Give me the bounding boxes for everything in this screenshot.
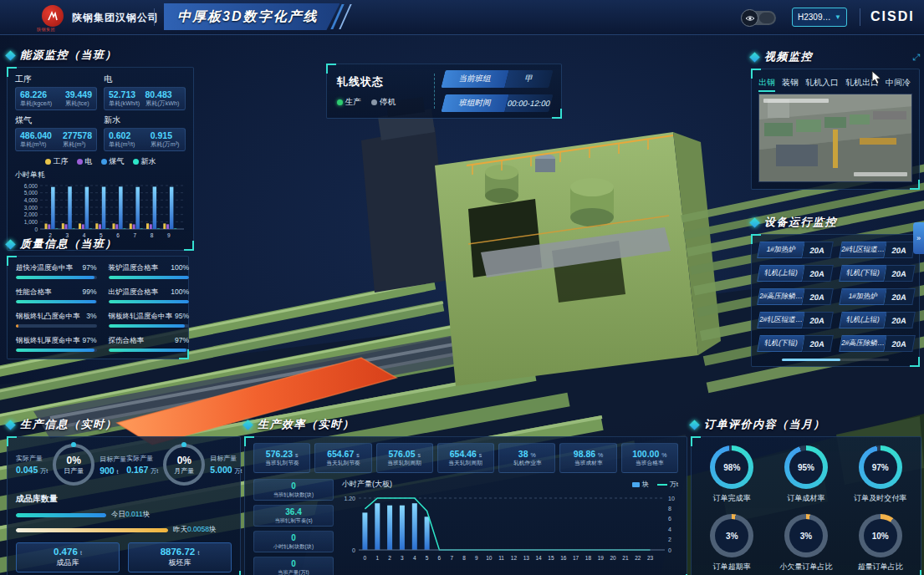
energy-section: 煤气 486.040单耗(m³/t) 277578累耗(m³): [15, 114, 97, 151]
svg-text:0: 0: [364, 555, 367, 561]
donut-order-ontime-delivery: 97% 订单及时交付率: [845, 445, 916, 504]
svg-text:20: 20: [610, 555, 616, 561]
header-divider: [154, 8, 155, 26]
svg-text:19: 19: [598, 555, 605, 561]
panel-line-status: 轧线状态 生产 停机 当前班组 甲 班组时间 00:00-12:00: [326, 60, 562, 119]
equipment-row: 轧机(上辊)20A: [839, 312, 915, 328]
svg-text:8: 8: [462, 555, 466, 561]
visibility-toggle[interactable]: [743, 11, 776, 25]
svg-text:6: 6: [438, 555, 442, 561]
company-logo-caption: 陕钢集团: [37, 27, 55, 32]
cisdi-logo: CISDI: [870, 9, 915, 24]
daily-output-gauge: 0%日产量: [53, 444, 94, 486]
dashboard-root: 陕钢集团 陕钢集团汉钢公司 中厚板3D数字化产线 H2309… ▼ CISDI …: [0, 0, 924, 575]
energy-stats-grid: 工序 68.226单耗(kgce/t) 39.449累耗(tce) 电 52.7…: [15, 74, 186, 151]
efficiency-panel-title: 生产效率（实时）: [258, 417, 355, 432]
stopped-dot-icon: [371, 99, 377, 105]
horizontal-scrollbar[interactable]: [782, 359, 890, 361]
svg-text:6: 6: [668, 516, 671, 522]
side-stat-box: 0当班产量(万t): [253, 557, 334, 575]
finished-stock-box: 0.476 t 成品库: [16, 542, 120, 572]
daily-output-gauge-group: 实际产量 0.045 万t 0%日产量 目标产量 900 t: [16, 444, 126, 486]
producing-dot-icon: [337, 99, 343, 105]
hourly-output-chart: 02468101.2000123456789101112131415161718…: [342, 490, 678, 575]
tab-camera-0[interactable]: 出钢: [758, 77, 775, 89]
svg-text:0: 0: [668, 547, 671, 553]
svg-text:3,000: 3,000: [24, 205, 38, 211]
svg-text:0: 0: [34, 226, 38, 232]
company-name: 陕钢集团汉钢公司: [72, 11, 159, 25]
toggle-knob: [759, 13, 774, 23]
svg-text:13: 13: [523, 555, 530, 561]
equipment-row: 2#轧区辊道…20A: [757, 312, 833, 328]
quality-item: 钢板终轧凸度命中率3%: [16, 312, 97, 328]
equipment-row: 轧机(下辊)20A: [757, 335, 833, 352]
panel-video-monitor: 视频监控 ⤢ 出钢 装钢 轧机入口 轧机出口 中间冷 电加热: [751, 48, 920, 190]
svg-text:9: 9: [475, 555, 478, 561]
energy-panel-title: 能源监控（当班）: [20, 48, 117, 63]
quality-grid: 超快冷温度命中率97% 装炉温度合格率100% 性能合格率99% 出炉温度合格率…: [16, 263, 180, 352]
energy-section: 新水 0.602单耗(m³/t) 0.915累耗(万m³): [104, 114, 186, 151]
tab-camera-4[interactable]: 中间冷: [886, 77, 911, 89]
panel-collapse-tab[interactable]: »: [913, 222, 924, 254]
svg-text:15: 15: [548, 555, 554, 561]
donut-order-completion: 98% 订单完成率: [697, 445, 768, 504]
svg-text:2: 2: [668, 537, 671, 542]
svg-text:0: 0: [352, 547, 355, 553]
equipment-row: 2#高压除鳞…20A: [757, 288, 833, 305]
donut-order-excess: 10% 超量订单占比: [845, 514, 916, 572]
svg-text:3: 3: [401, 555, 404, 561]
batch-selector-value: H2309…: [798, 13, 830, 22]
quality-panel-title: 质量信息（当班）: [20, 237, 117, 252]
legend-dot: [77, 159, 83, 165]
mouse-cursor: [871, 70, 883, 89]
energy-chart-title: 小时单耗: [15, 170, 186, 181]
panel-diamond-icon: [749, 217, 760, 228]
equipment-row: 轧机(下辊)20A: [839, 265, 915, 282]
output-chart-legend: 块 万t: [632, 480, 678, 489]
donut-order-shortage: 3% 小欠量订单占比: [771, 514, 842, 572]
efficiency-side-stats: 0当班轧制块数(块) 36.4当班轧制节奏(s) 0小时轧制块数(块) 0当班产…: [253, 479, 334, 575]
legend-dot: [101, 159, 107, 165]
svg-text:5,000: 5,000: [24, 190, 38, 196]
chevron-down-icon: ▼: [835, 13, 841, 21]
svg-text:6,000: 6,000: [24, 183, 38, 189]
svg-text:11: 11: [498, 555, 504, 561]
stat-box: 654.67 s当天轧制节奏: [314, 443, 371, 473]
camera-tabs: 出钢 装钢 轧机入口 轧机出口 中间冷 电加热: [758, 74, 912, 94]
equipment-panel-title: 设备运行监控: [764, 215, 837, 230]
header-divider: [860, 8, 860, 26]
line-status-legend: 生产 停机: [337, 97, 426, 108]
camera-osd-label: [854, 172, 907, 176]
side-stat-box: 0小时轧制块数(块): [253, 531, 334, 552]
quality-item: 装炉温度合格率100%: [109, 263, 190, 279]
scrollbar-thumb[interactable]: [782, 359, 841, 361]
svg-text:14: 14: [535, 555, 542, 561]
tab-camera-1[interactable]: 装钢: [782, 77, 799, 89]
svg-text:17: 17: [573, 555, 579, 561]
expand-icon[interactable]: ⤢: [912, 52, 920, 63]
panel-equipment-monitor: 设备运行监控 1#加热炉20A 2#轧区辊道…20A 轧机(上辊)20A 轧机(…: [751, 214, 920, 367]
panel-diamond-icon: [749, 52, 760, 63]
video-panel-title: 视频监控: [764, 49, 813, 64]
batch-selector-dropdown[interactable]: H2309… ▼: [792, 8, 847, 27]
stat-box: 654.46 s当天轧制周期: [437, 443, 494, 473]
camera-osd-timestamp: [763, 99, 829, 103]
equipment-row: 1#加热炉20A: [839, 288, 915, 305]
svg-text:1,000: 1,000: [24, 219, 38, 225]
current-shift-chip: 当前班组 甲: [441, 70, 553, 88]
equipment-row: 2#轧区辊道…20A: [839, 242, 915, 258]
svg-text:1: 1: [375, 555, 379, 561]
camera-video-feed[interactable]: [758, 94, 912, 182]
line-status-title: 轧线状态: [337, 74, 426, 89]
eye-icon: [741, 9, 758, 27]
equipment-row: 轧机(上辊)20A: [757, 265, 833, 282]
svg-text:2,000: 2,000: [24, 211, 38, 217]
svg-text:12: 12: [511, 555, 518, 561]
equipment-grid: 1#加热炉20A 2#轧区辊道…20A 轧机(上辊)20A 轧机(下辊)20A …: [758, 242, 912, 352]
quality-item: 出炉温度合格率100%: [109, 288, 190, 303]
slab-stock-box: 8876.72 t 板坯库: [128, 542, 232, 572]
panel-diamond-icon: [5, 239, 16, 250]
tab-camera-2[interactable]: 轧机入口: [805, 77, 839, 89]
energy-chart-legend: 工序 电 煤气 新水: [15, 156, 186, 167]
